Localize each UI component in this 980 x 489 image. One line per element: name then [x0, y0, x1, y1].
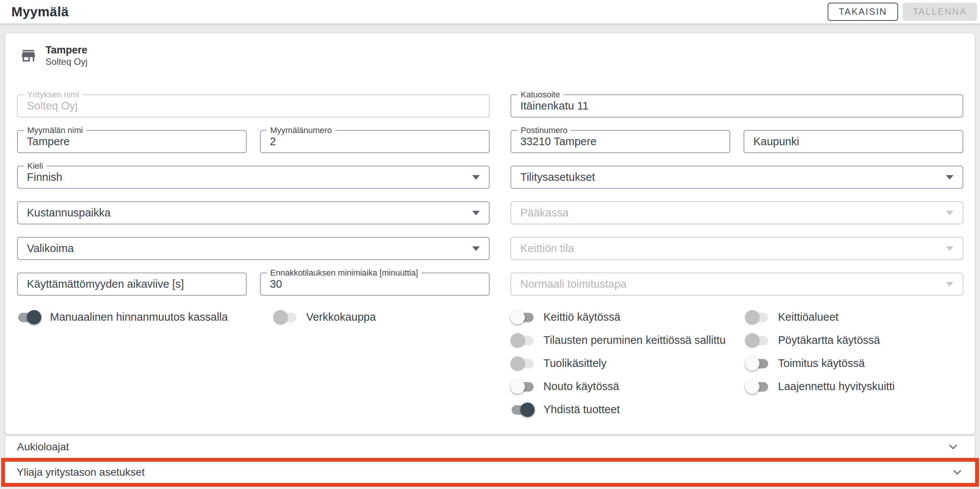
chevron-down-icon[interactable] — [947, 440, 959, 453]
accordion-label: Yliaja yritystason asetukset — [17, 466, 145, 478]
accordion-opening-hours[interactable]: Aukioloajat — [5, 436, 975, 458]
field-value: Keittiön tila — [520, 242, 574, 255]
default-delivery-method-select: Normaali toimitustapa — [511, 272, 963, 296]
store-number-field[interactable]: Myymälänumero 2 — [260, 130, 490, 153]
field-label: Katuosoite — [517, 90, 563, 100]
toggle-label: Tuolikäsittely — [543, 357, 607, 370]
switch[interactable] — [745, 356, 769, 371]
accordion-override-company-settings[interactable]: Yliaja yritystason asetukset — [5, 462, 975, 483]
company-name-field: Yrityksen nimi Solteq Oyj — [17, 94, 490, 118]
dropdown-arrow-icon — [946, 211, 953, 215]
toggle-label: Keittiöalueet — [778, 311, 838, 323]
store-company: Solteq Oyj — [46, 56, 88, 67]
back-button[interactable]: TAKAISIN — [828, 3, 898, 21]
field-value: 33210 Tampere — [520, 135, 597, 148]
assortment-select[interactable]: Valikoima — [17, 237, 490, 260]
toggle-kitchen-enabled[interactable]: Keittiö käytössä — [511, 306, 745, 329]
toggle-manual-price-change[interactable]: Manuaalinen hinnanmuutos kassalla — [17, 306, 260, 329]
dropdown-arrow-icon — [946, 282, 953, 287]
field-value: Valikoima — [27, 242, 74, 255]
field-placeholder: Käyttämättömyyden aikaviive [s] — [27, 278, 184, 290]
chevron-down-icon[interactable] — [951, 466, 964, 479]
switch[interactable] — [511, 379, 535, 394]
switch[interactable] — [511, 403, 535, 417]
switch[interactable] — [17, 310, 41, 325]
toggle-extended-refund-receipt[interactable]: Laajennettu hyvityskuitti — [745, 375, 895, 398]
dropdown-arrow-icon — [472, 211, 480, 215]
store-settings-card: Tampere Solteq Oyj Yrityksen nimi Solteq… — [5, 33, 975, 434]
settlement-settings-select[interactable]: Tilitysasetukset — [511, 166, 963, 189]
store-titles: Tampere Solteq Oyj — [46, 44, 88, 67]
switch[interactable] — [745, 379, 769, 394]
toggle-label: Pöytäkartta käytössä — [778, 334, 880, 346]
store-name-field[interactable]: Myymälän nimi Tampere — [17, 130, 247, 153]
switch — [745, 333, 769, 347]
switch — [273, 310, 298, 325]
dropdown-arrow-icon — [472, 175, 480, 180]
toggle-order-cancel-in-kitchen: Tilausten peruminen keittiössä sallittu — [511, 329, 745, 352]
toggle-label: Verkkokauppa — [306, 311, 376, 323]
header-actions: TAKAISIN TALLENNA — [828, 3, 977, 21]
toggle-label: Keittiö käytössä — [543, 311, 620, 323]
toggle-combine-products[interactable]: Yhdistä tuotteet — [511, 398, 745, 421]
field-placeholder: Kaupunki — [753, 135, 799, 148]
preorder-min-time-field[interactable]: Ennakkotilauksen minimiaika [minuuttia] … — [260, 272, 490, 296]
field-value: 2 — [270, 135, 276, 148]
switch[interactable] — [511, 310, 535, 325]
toggle-label: Yhdistä tuotteet — [543, 403, 620, 416]
switch — [745, 310, 769, 325]
field-value: Itäinenkatu 11 — [520, 100, 589, 112]
store-name: Tampere — [46, 44, 88, 56]
toggle-pickup-enabled[interactable]: Nouto käytössä — [511, 375, 745, 398]
main-register-select: Pääkassa — [511, 201, 963, 225]
toggle-label: Toimitus käytössä — [778, 357, 865, 370]
field-label: Myymälän nimi — [24, 126, 86, 135]
field-value: Pääkassa — [520, 207, 568, 219]
toggle-webshop: Verkkokauppa — [273, 306, 376, 329]
street-address-field[interactable]: Katuosoite Itäinenkatu 11 — [511, 94, 963, 118]
store-icon — [20, 47, 37, 64]
field-value: 30 — [270, 278, 282, 290]
store-form: Yrityksen nimi Solteq Oyj Katuosoite Itä… — [17, 94, 963, 421]
switch — [511, 333, 535, 347]
app-header: Myymälä TAKAISIN TALLENNA — [0, 0, 980, 24]
field-label: Kieli — [24, 161, 47, 171]
field-label: Yrityksen nimi — [24, 90, 83, 100]
field-label: Myymälänumero — [267, 126, 336, 135]
idle-timeout-field[interactable]: Käyttämättömyyden aikaviive [s] — [17, 272, 247, 296]
city-field[interactable]: Kaupunki — [743, 130, 963, 153]
toggles-section: Manuaalinen hinnanmuutos kassalla Verkko… — [17, 306, 963, 421]
field-value: Kustannuspaikka — [27, 207, 111, 219]
toggle-kitchen-areas: Keittiöalueet — [745, 306, 895, 329]
cost-center-select[interactable]: Kustannuspaikka — [17, 201, 490, 225]
switch — [511, 356, 535, 371]
highlight-annotation-box: Yliaja yritystason asetukset — [1, 458, 979, 487]
save-button: TALLENNA — [903, 3, 977, 21]
store-header: Tampere Solteq Oyj — [17, 44, 963, 67]
field-value: Solteq Oyj — [27, 100, 78, 112]
field-value: Finnish — [27, 171, 62, 183]
field-label: Postinumero — [517, 126, 571, 135]
dropdown-arrow-icon — [946, 175, 953, 180]
field-value: Tampere — [27, 135, 70, 148]
page-title: Myymälä — [11, 4, 68, 19]
toggle-label: Laajennettu hyvityskuitti — [778, 380, 895, 393]
toggle-label: Manuaalinen hinnanmuutos kassalla — [50, 311, 228, 323]
toggle-delivery-enabled[interactable]: Toimitus käytössä — [745, 352, 895, 375]
dropdown-arrow-icon — [946, 246, 953, 251]
toggle-label: Nouto käytössä — [543, 380, 619, 393]
kitchen-state-select: Keittiön tila — [511, 237, 963, 260]
language-select[interactable]: Kieli Finnish — [17, 166, 490, 189]
field-value: Normaali toimitustapa — [520, 278, 627, 290]
field-value: Tilitysasetukset — [520, 171, 595, 183]
accordion-label: Aukioloajat — [17, 441, 69, 453]
toggle-chair-handling: Tuolikäsittely — [511, 352, 745, 375]
toggle-table-map: Pöytäkartta käytössä — [745, 329, 895, 352]
toggle-label: Tilausten peruminen keittiössä sallittu — [543, 334, 726, 346]
postal-code-field[interactable]: Postinumero 33210 Tampere — [511, 130, 730, 153]
dropdown-arrow-icon — [472, 246, 480, 251]
field-label: Ennakkotilauksen minimiaika [minuuttia] — [267, 268, 422, 278]
